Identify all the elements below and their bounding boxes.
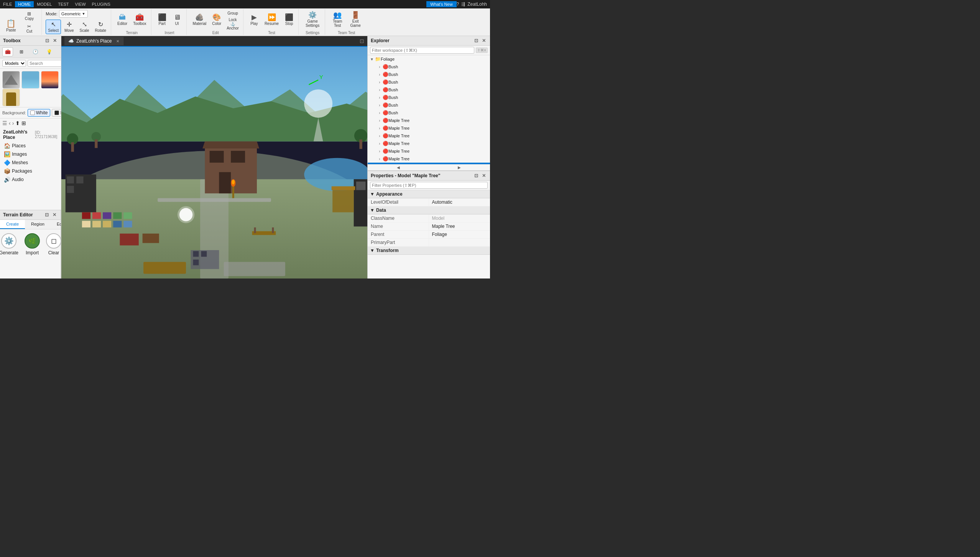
expand-viewport-icon[interactable]: ⊡ <box>360 38 364 44</box>
toolbox-button[interactable]: 🧰 Toolbox <box>131 10 148 29</box>
toolbox-tab-main[interactable]: 🧰 <box>2 47 13 56</box>
mode-dropdown[interactable]: Geometric ▼ <box>59 10 88 18</box>
anchor-button[interactable]: ⚓ Anchor <box>225 23 241 29</box>
tree-foliage[interactable]: ▼ 📁 Foliage <box>368 55 490 63</box>
terrain-generate[interactable]: ⚙️ Generate <box>0 233 18 255</box>
forward-icon[interactable]: › <box>12 120 14 126</box>
exit-game-button[interactable]: 🚪 Exit Game <box>347 10 364 29</box>
back-icon[interactable]: ‹ <box>9 120 11 126</box>
toolbox-tab-clock[interactable]: 🕐 <box>30 47 41 56</box>
tree-item-images[interactable]: 🖼️ Images <box>0 150 61 158</box>
explorer-close-icon[interactable]: ✕ <box>481 38 487 44</box>
resume-button[interactable]: ⏩ Resume <box>262 10 281 29</box>
group-button[interactable]: Group <box>225 10 241 16</box>
tree-bush-3[interactable]: › 🔴 Bush <box>368 86 490 94</box>
prop-lod-val[interactable]: Automatic <box>429 198 490 206</box>
explorer-filter-input[interactable] <box>370 47 474 54</box>
appearance-section[interactable]: ▼ Appearance <box>368 190 490 198</box>
terrain-close-icon[interactable]: ✕ <box>51 212 58 218</box>
tree-maple-2[interactable]: › 🔴 Maple Tree <box>368 132 490 140</box>
help-icon[interactable]: ? <box>457 2 459 7</box>
tree-item-audio[interactable]: 🔊 Audio <box>0 175 61 184</box>
tree-bush-6[interactable]: › 🔴 Bush <box>368 109 490 117</box>
tree-bush-4[interactable]: › 🔴 Bush <box>368 94 490 101</box>
toolbox-item-1[interactable] <box>21 71 39 89</box>
transform-section[interactable]: ▼ Transform <box>368 247 490 255</box>
tree-maple-4[interactable]: › 🔴 Maple Tree <box>368 147 490 155</box>
terrain-tab-region[interactable]: Region <box>25 220 51 229</box>
tree-item-places[interactable]: 🏠 Places <box>0 142 61 150</box>
explorer-float-icon[interactable]: ⊡ <box>473 38 479 44</box>
toolbox-float-icon[interactable]: ⊡ <box>44 38 50 44</box>
close-tab-icon[interactable]: ✕ <box>116 39 119 43</box>
toolbox-tab-grid[interactable]: ⊞ <box>16 47 27 56</box>
toolbox-close-icon[interactable]: ✕ <box>52 38 58 44</box>
prop-parent-val[interactable]: Foliage <box>429 231 490 238</box>
rotate-button[interactable]: ↻ Rotate <box>93 20 109 34</box>
copy-button[interactable]: ⊞ Copy <box>20 10 39 22</box>
bush-arrow-0[interactable]: › <box>377 64 382 69</box>
color-button[interactable]: 🎨 Color <box>210 10 224 29</box>
menu-view[interactable]: VIEW <box>72 1 89 7</box>
viewport-tab-main[interactable]: ☁️ ZeatLohh's Place ✕ <box>64 37 123 45</box>
editor-button[interactable]: 🏔 Editor <box>115 10 130 29</box>
ui-button[interactable]: 🖥 UI <box>170 10 184 29</box>
menu-file[interactable]: FILE <box>0 1 15 7</box>
toolbox-search-input[interactable] <box>28 60 61 67</box>
scroll-left-btn[interactable]: ◀ <box>368 165 429 170</box>
menu-model[interactable]: MODEL <box>34 1 55 7</box>
view-toggle-icon[interactable]: ⊞ <box>21 120 26 126</box>
prop-classname-val[interactable]: Model <box>429 214 490 222</box>
properties-filter-input[interactable] <box>370 182 488 189</box>
menu-plugins[interactable]: PLUGINS <box>89 1 113 7</box>
data-section[interactable]: ▼ Data <box>368 206 490 214</box>
foliage-arrow[interactable]: ▼ <box>369 56 375 62</box>
svg-rect-50 <box>143 234 159 243</box>
scroll-right-btn[interactable]: ▶ <box>429 165 490 170</box>
scale-button[interactable]: ⤡ Scale <box>77 20 92 34</box>
hamburger-icon[interactable]: ☰ <box>2 120 7 126</box>
tree-item-packages[interactable]: 📦 Packages <box>0 167 61 175</box>
play-button[interactable]: ▶ Play <box>247 10 261 29</box>
bg-white-button[interactable]: White <box>28 109 51 117</box>
game-settings-button[interactable]: ⚙️ Game Settings <box>303 10 322 29</box>
prop-primarypart-val[interactable] <box>429 241 490 244</box>
tree-item-meshes[interactable]: 🔷 Meshes <box>0 158 61 167</box>
toolbox-category-dropdown[interactable]: Models <box>2 60 26 67</box>
tree-bush-1[interactable]: › 🔴 Bush <box>368 71 490 78</box>
cut-button[interactable]: ✂ Cut <box>20 23 39 35</box>
toolbox-item-2[interactable] <box>41 71 59 89</box>
upload-icon[interactable]: ⬆ <box>15 120 20 126</box>
share-icon[interactable]: ⇶ <box>461 2 465 7</box>
prop-name-val[interactable]: Maple Tree <box>429 222 490 230</box>
tree-maple-0[interactable]: › 🔴 Maple Tree <box>368 117 490 124</box>
tree-maple-1[interactable]: › 🔴 Maple Tree <box>368 124 490 132</box>
terrain-tab-edit[interactable]: Edit <box>51 220 61 229</box>
tree-bush-2[interactable]: › 🔴 Bush <box>368 78 490 86</box>
stop-button[interactable]: ⬛ Stop <box>282 10 296 29</box>
toolbox-item-0[interactable] <box>2 71 20 89</box>
tree-maple-5[interactable]: › 🔴 Maple Tree <box>368 155 490 163</box>
properties-float-icon[interactable]: ⊡ <box>473 173 479 179</box>
material-button[interactable]: 🪨 Material <box>191 10 209 29</box>
team-test-button[interactable]: 👥 Team Test <box>329 10 346 29</box>
menu-test[interactable]: TEST <box>55 1 72 7</box>
whats-new-button[interactable]: What's New <box>426 1 456 7</box>
toolbox-tab-light[interactable]: 💡 <box>44 47 54 56</box>
viewport-canvas[interactable]: Y <box>61 47 367 278</box>
paste-button[interactable]: 📋 Paste <box>4 16 18 36</box>
tree-bush-5[interactable]: › 🔴 Bush <box>368 101 490 109</box>
tree-bush-0[interactable]: › 🔴 Bush <box>368 63 490 71</box>
terrain-tab-create[interactable]: Create <box>0 220 25 229</box>
properties-close-icon[interactable]: ✕ <box>481 173 487 179</box>
tree-maple-3[interactable]: › 🔴 Maple Tree <box>368 140 490 147</box>
terrain-clear[interactable]: ◻ Clear <box>46 233 61 255</box>
terrain-import[interactable]: 🌿 Import <box>25 233 40 255</box>
move-button[interactable]: ✛ Move <box>62 20 76 34</box>
bg-black-button[interactable]: Black <box>52 109 61 117</box>
toolbox-item-3[interactable] <box>2 89 20 106</box>
select-button[interactable]: ↖ Select <box>46 20 61 34</box>
part-button[interactable]: ⬛ Part <box>155 10 169 29</box>
menu-home[interactable]: HOME <box>15 1 34 7</box>
terrain-float-icon[interactable]: ⊡ <box>44 212 50 218</box>
